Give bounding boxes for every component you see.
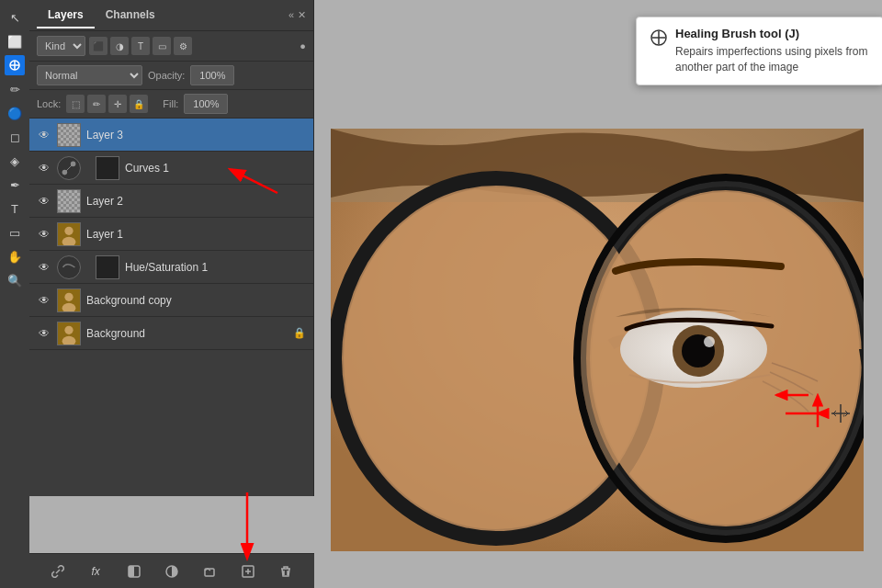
layers-panel: Layers Channels « ✕ Kind ⬛ ◑ T ▭ ⚙ ● Nor… (29, 0, 314, 496)
fill-input[interactable] (184, 94, 228, 114)
panel-header-icons: « ✕ (288, 9, 306, 21)
layer-list: 👁 Layer 3 👁 Curves 1 👁 Layer 2 (29, 119, 313, 376)
filter-adjustment-icon[interactable]: ◑ (110, 37, 129, 55)
svg-point-8 (64, 226, 73, 234)
layer-name-layer3: Layer 3 (86, 129, 306, 141)
eye-icon-layer2[interactable]: 👁 (37, 195, 51, 208)
layer-item-background[interactable]: 👁 Background 🔒 (29, 317, 313, 350)
lock-transparent-icon[interactable]: ⬚ (66, 95, 85, 113)
eye-icon-curves1[interactable]: 👁 (37, 162, 51, 175)
eye-icon-huesat1[interactable]: 👁 (37, 261, 51, 274)
filter-icons: ⬛ ◑ T ▭ ⚙ (89, 37, 192, 55)
layer-name-huesat1: Hue/Saturation 1 (125, 261, 306, 274)
blend-row: Normal Dissolve Multiply Screen Overlay … (29, 62, 313, 90)
eye-icon-layer3[interactable]: 👁 (37, 129, 51, 141)
canvas-image: + (331, 129, 864, 551)
arrow-new-layer (220, 488, 275, 573)
toolbar-hand-tool[interactable]: ✋ (5, 246, 25, 266)
layer-item-layer2[interactable]: 👁 Layer 2 (29, 185, 313, 218)
eye-icon-layer1[interactable]: 👁 (37, 228, 51, 241)
thumb-layer1 (57, 222, 81, 246)
tab-layers[interactable]: Layers (37, 3, 95, 28)
filter-shape-icon[interactable]: ▭ (153, 37, 171, 55)
thumb-curves1-mask (96, 156, 119, 180)
footer-adjustment-icon[interactable] (162, 561, 182, 582)
layer-name-bgcopy: Background copy (86, 294, 306, 307)
layer-item-huesat1[interactable]: 👁 Hue/Saturation 1 (29, 251, 313, 284)
tooltip-popup: Healing Brush tool (J) Repairs imperfect… (636, 17, 882, 85)
svg-point-6 (71, 161, 76, 166)
opacity-input[interactable] (190, 65, 234, 85)
toolbar-pen-tool[interactable]: ✒ (5, 175, 25, 195)
toolbar-text-tool[interactable]: T (5, 198, 25, 219)
lock-all-icon[interactable]: 🔒 (130, 95, 148, 113)
footer-group-icon[interactable] (199, 561, 220, 582)
footer-fx-icon[interactable]: fx (85, 561, 106, 582)
lock-icons: ⬚ ✏ ✛ 🔒 (66, 95, 148, 113)
footer-delete-icon[interactable] (276, 561, 296, 582)
panel-footer: fx (29, 553, 314, 588)
layer-name-curves1: Curves 1 (125, 162, 306, 175)
layer-name-layer1: Layer 1 (86, 228, 306, 241)
thumb-huesat1-adj (57, 255, 81, 279)
glasses-svg: + (331, 129, 864, 551)
filter-smart-icon[interactable]: ⚙ (174, 37, 192, 55)
tooltip-desc: Repairs imperfections using pixels from … (675, 44, 870, 75)
svg-point-12 (64, 292, 73, 300)
layer-item-bgcopy[interactable]: 👁 Background copy (29, 284, 313, 317)
toolbar-marquee-tool[interactable]: ⬜ (5, 31, 25, 51)
thumb-huesat1-mask (96, 255, 119, 279)
toolbar: ↖ ⬜ ✏ 🔵 ◻ ◈ ✒ T ▭ ✋ 🔍 (0, 0, 29, 588)
svg-text:+: + (842, 413, 846, 418)
kind-select[interactable]: Kind (37, 36, 85, 56)
panel-collapse-icon[interactable]: « (288, 9, 294, 21)
filter-type-icon[interactable]: T (131, 37, 150, 55)
footer-new-layer-icon[interactable] (238, 561, 258, 582)
layer-item-curves1[interactable]: 👁 Curves 1 (29, 152, 313, 185)
toolbar-brush-tool[interactable]: ✏ (5, 79, 25, 99)
thumb-bgcopy (57, 288, 81, 312)
toolbar-stamp-tool[interactable]: 🔵 (5, 103, 25, 123)
filter-pixel-icon[interactable]: ⬛ (89, 37, 107, 55)
layer-item-layer1[interactable]: 👁 Layer 1 (29, 218, 313, 251)
lock-row: Lock: ⬚ ✏ ✛ 🔒 Fill: (29, 90, 313, 119)
eye-icon-background[interactable]: 👁 (37, 327, 51, 340)
tab-channels[interactable]: Channels (95, 3, 166, 28)
layer-item-layer3[interactable]: 👁 Layer 3 (29, 119, 313, 152)
lock-label: Lock: (37, 98, 61, 109)
layer-name-layer2: Layer 2 (86, 195, 306, 208)
toolbar-eraser-tool[interactable]: ◻ (5, 127, 25, 147)
toolbar-move-tool[interactable]: ↖ (5, 7, 25, 28)
svg-rect-19 (129, 566, 134, 577)
thumb-background (57, 322, 81, 345)
panel-header: Layers Channels « ✕ (29, 0, 313, 31)
svg-point-10 (59, 256, 79, 277)
filter-row: Kind ⬛ ◑ T ▭ ⚙ ● (29, 31, 313, 62)
svg-point-15 (64, 325, 73, 334)
toolbar-gradient-tool[interactable]: ◈ (5, 151, 25, 171)
toolbar-healing-tool[interactable] (5, 55, 25, 75)
fill-label: Fill: (163, 98, 178, 109)
panel-close-icon[interactable]: ✕ (298, 9, 306, 21)
eye-icon-bgcopy[interactable]: 👁 (37, 294, 51, 307)
filter-toggle[interactable]: ● (300, 40, 306, 51)
toolbar-shape-tool[interactable]: ▭ (5, 222, 25, 243)
background-lock-icon: 🔒 (293, 327, 306, 339)
toolbar-zoom-tool[interactable]: 🔍 (5, 270, 25, 290)
opacity-label: Opacity: (148, 70, 185, 81)
footer-mask-icon[interactable] (124, 561, 144, 582)
lock-position-icon[interactable]: ✛ (108, 95, 127, 113)
panel-tabs: Layers Channels (37, 3, 166, 28)
blend-mode-select[interactable]: Normal Dissolve Multiply Screen Overlay (37, 65, 142, 85)
tooltip-title: Healing Brush tool (J) (675, 27, 870, 40)
thumb-layer3 (57, 123, 81, 147)
lock-pixels-icon[interactable]: ✏ (87, 95, 106, 113)
thumb-curves1-adj (57, 156, 81, 180)
footer-link-icon[interactable] (48, 561, 68, 582)
svg-point-38 (704, 336, 715, 347)
tooltip-icon (650, 28, 668, 50)
layer-name-background: Background (86, 327, 288, 340)
thumb-layer2 (57, 189, 81, 213)
main-canvas: Healing Brush tool (J) Repairs imperfect… (314, 0, 882, 588)
